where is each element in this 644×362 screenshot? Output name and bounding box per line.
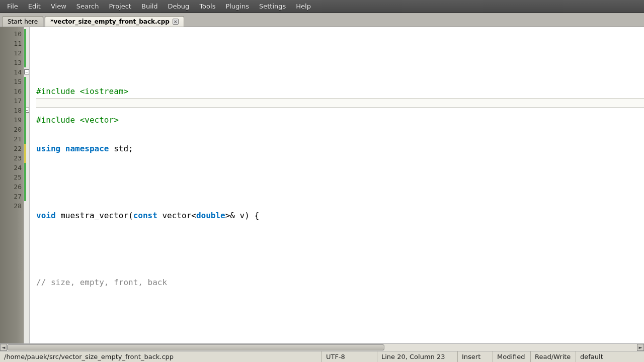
lt: <: [191, 211, 196, 220]
kw-const: const: [133, 211, 163, 220]
line-number-gutter: 1011121314−15161718−19202122232425262728: [0, 27, 24, 343]
horizontal-scrollbar[interactable]: ◄ ►: [0, 343, 644, 351]
scroll-left-icon[interactable]: ◄: [0, 344, 7, 351]
id: std: [114, 144, 128, 153]
status-readwrite: Read/Write: [531, 351, 576, 362]
tab-file[interactable]: *vector_size_empty_front_back.cpp ×: [45, 16, 184, 27]
line-number: 24: [0, 163, 24, 172]
menu-file[interactable]: File: [2, 1, 23, 12]
tab-label: *vector_size_empty_front_back.cpp: [50, 18, 170, 25]
line-number: 18−: [0, 106, 24, 115]
menu-plugins[interactable]: Plugins: [220, 1, 254, 12]
scroll-right-icon[interactable]: ►: [637, 344, 644, 351]
paren: (: [128, 211, 133, 220]
line-number: 11: [0, 39, 24, 48]
tab-start-here[interactable]: Start here: [2, 16, 43, 27]
scroll-thumb[interactable]: [7, 344, 384, 350]
menu-search[interactable]: Search: [71, 1, 104, 12]
semi: ;: [128, 144, 133, 153]
status-insert-mode[interactable]: Insert: [458, 351, 493, 362]
preproc: #include: [36, 86, 80, 96]
status-bar: /home/pauek/src/vector_size_empty_front_…: [0, 351, 644, 362]
amp: &: [230, 211, 239, 220]
menu-edit[interactable]: Edit: [23, 1, 46, 12]
line-number: 21: [0, 134, 24, 144]
status-profile[interactable]: default: [576, 351, 644, 362]
comment: // size, empty, front, back: [36, 278, 167, 287]
editor[interactable]: 1011121314−15161718−19202122232425262728…: [0, 27, 644, 343]
menu-view[interactable]: View: [46, 1, 71, 12]
menu-tools[interactable]: Tools: [194, 1, 220, 12]
line-number: 15: [0, 77, 24, 86]
line-number: 22: [0, 144, 24, 153]
line-number: 14−: [0, 67, 24, 77]
preproc-target: <vector>: [80, 115, 119, 125]
tab-bar: Start here *vector_size_empty_front_back…: [0, 13, 644, 27]
blank-line: [36, 172, 644, 182]
brace: ) {: [245, 211, 259, 220]
menu-settings[interactable]: Settings: [254, 1, 291, 12]
menu-help[interactable]: Help: [291, 1, 316, 12]
status-path: /home/pauek/src/vector_size_empty_front_…: [0, 351, 322, 362]
line-number: 23: [0, 153, 24, 163]
line-number: 16: [0, 86, 24, 96]
gt: >: [225, 211, 230, 220]
line-number: 20: [0, 125, 24, 134]
close-icon[interactable]: ×: [173, 19, 179, 25]
line-number: 12: [0, 48, 24, 58]
status-modified: Modified: [493, 351, 531, 362]
blank-line: [36, 249, 644, 258]
param: v: [240, 211, 245, 220]
line-number: 26: [0, 182, 24, 192]
kw-void: void: [36, 211, 60, 220]
preproc: #include: [36, 115, 80, 125]
line-number: 27: [0, 192, 24, 201]
line-number: 10: [0, 29, 24, 39]
fn-name: muestra_vector: [60, 211, 128, 220]
menu-project[interactable]: Project: [104, 1, 136, 12]
menu-build[interactable]: Build: [136, 1, 163, 12]
type-double: double: [196, 211, 225, 220]
kw-namespace: namespace: [65, 144, 114, 153]
blank-line: [36, 306, 644, 316]
kw-using: using: [36, 144, 65, 153]
code-area[interactable]: #include <iostream> #include <vector> us…: [24, 27, 644, 343]
line-number: 19: [0, 115, 24, 125]
menu-debug[interactable]: Debug: [163, 1, 195, 12]
line-number: 25: [0, 172, 24, 182]
tab-label: Start here: [8, 18, 38, 25]
status-encoding[interactable]: UTF-8: [322, 351, 377, 362]
line-number: 13: [0, 58, 24, 67]
preproc-target: <iostream>: [80, 86, 128, 96]
menu-bar: File Edit View Search Project Build Debu…: [0, 0, 644, 13]
type-vector: vector: [162, 211, 191, 220]
line-number: 28: [0, 201, 24, 211]
status-position[interactable]: Line 20, Column 23: [377, 351, 458, 362]
line-number: 17: [0, 96, 24, 106]
